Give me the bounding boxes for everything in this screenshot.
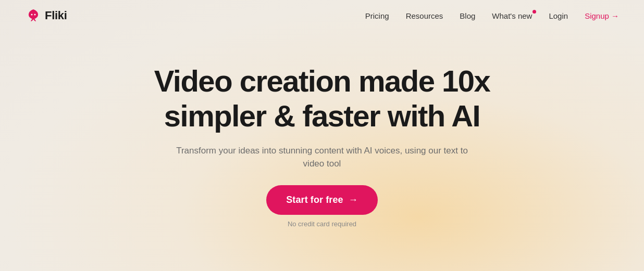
logo-text: Fliki <box>45 9 67 22</box>
hero-title: Video creation made 10x simpler & faster… <box>154 64 490 133</box>
nav-links: Pricing Resources Blog What's new Login … <box>365 11 619 20</box>
nav-link-whats-new[interactable]: What's new <box>492 11 532 20</box>
nav-login-link[interactable]: Login <box>549 11 568 20</box>
hero-section: Video creation made 10x simpler & faster… <box>0 31 644 271</box>
page-wrapper: Fliki Pricing Resources Blog What's new … <box>0 0 644 271</box>
hero-subtitle: Transform your ideas into stunning conte… <box>176 144 468 171</box>
logo[interactable]: Fliki <box>25 7 67 24</box>
nav-signup-link[interactable]: Signup → <box>585 11 619 20</box>
no-credit-card-text: No credit card required <box>288 220 356 228</box>
navbar: Fliki Pricing Resources Blog What's new … <box>0 0 644 31</box>
fliki-logo-icon <box>25 7 42 24</box>
hero-title-line2: simpler & faster with AI <box>164 99 480 133</box>
svg-point-0 <box>31 14 33 16</box>
hero-cta-wrapper: Start for free → No credit card required <box>266 185 378 228</box>
nav-link-resources[interactable]: Resources <box>406 11 443 20</box>
nav-link-blog[interactable]: Blog <box>460 11 475 20</box>
cta-arrow: → <box>349 195 358 205</box>
start-for-free-button[interactable]: Start for free → <box>266 185 378 215</box>
cta-label: Start for free <box>286 195 343 205</box>
svg-point-1 <box>34 14 36 16</box>
nav-link-pricing[interactable]: Pricing <box>365 11 389 20</box>
hero-title-line1: Video creation made 10x <box>154 64 490 98</box>
